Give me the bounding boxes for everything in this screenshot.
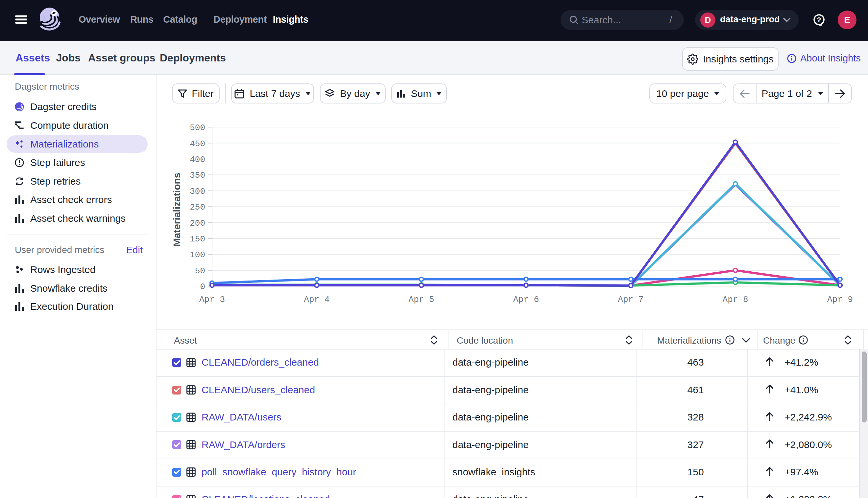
svg-text:100: 100 bbox=[190, 250, 205, 260]
svg-text:Materializations: Materializations bbox=[171, 172, 182, 246]
svg-text:0: 0 bbox=[200, 282, 205, 292]
svg-text:450: 450 bbox=[190, 139, 205, 149]
svg-text:350: 350 bbox=[190, 170, 205, 180]
svg-text:?: ? bbox=[817, 16, 821, 24]
svg-text:250: 250 bbox=[190, 202, 205, 212]
svg-text:Apr 5: Apr 5 bbox=[409, 294, 434, 304]
svg-text:Apr 7: Apr 7 bbox=[618, 294, 643, 304]
svg-text:400: 400 bbox=[190, 155, 205, 165]
svg-text:Apr 8: Apr 8 bbox=[723, 294, 748, 304]
svg-text:300: 300 bbox=[190, 187, 205, 196]
svg-text:50: 50 bbox=[195, 266, 205, 276]
svg-text:Apr 9: Apr 9 bbox=[827, 294, 853, 304]
svg-text:Apr 4: Apr 4 bbox=[304, 294, 330, 304]
svg-text:Apr 6: Apr 6 bbox=[513, 294, 539, 304]
svg-text:150: 150 bbox=[190, 234, 205, 244]
svg-text:Apr 3: Apr 3 bbox=[199, 294, 225, 304]
svg-text:500: 500 bbox=[190, 123, 205, 133]
svg-text:200: 200 bbox=[190, 219, 205, 228]
